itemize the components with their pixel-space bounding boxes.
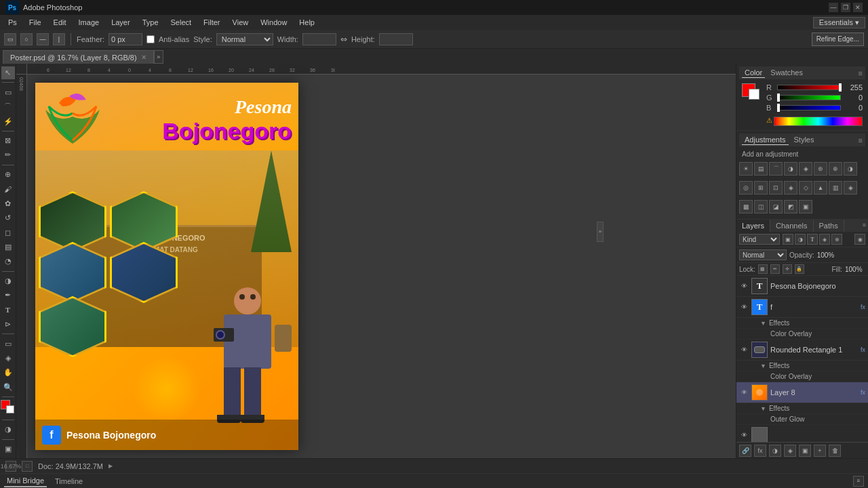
status-options-arrow[interactable]: ▶ xyxy=(108,463,115,470)
exposure-adj[interactable]: ◑ xyxy=(784,162,797,176)
layer-eye-5[interactable]: 👁 xyxy=(739,430,749,440)
clone-stamp-tool[interactable]: ✿ xyxy=(1,197,15,209)
layer-item-1[interactable]: 👁 T Pesona Bojonegoro xyxy=(736,276,868,297)
add-layer-style-button[interactable]: fx xyxy=(754,445,766,457)
layer-item-5[interactable]: 👁 xyxy=(736,425,868,442)
menu-filter[interactable]: Filter xyxy=(198,17,225,28)
minimize-button[interactable]: — xyxy=(829,3,838,12)
bw-adj[interactable]: ◑ xyxy=(844,162,857,176)
timeline-tab[interactable]: Timeline xyxy=(52,476,85,487)
path-selection-tool[interactable]: ⊳ xyxy=(1,318,15,331)
close-button[interactable]: ✕ xyxy=(853,3,863,12)
maximize-button[interactable]: ❐ xyxy=(841,3,850,12)
layer-eye-2[interactable]: 👁 xyxy=(739,302,749,312)
background-color[interactable] xyxy=(6,405,14,413)
blur-tool[interactable]: ◔ xyxy=(1,255,15,268)
color-spectrum-bar[interactable] xyxy=(774,117,863,126)
background-color-swatch[interactable] xyxy=(749,89,760,100)
b-slider[interactable] xyxy=(777,105,841,110)
gradient-map-adj[interactable]: ▥ xyxy=(829,181,842,195)
screen-mode-button[interactable]: ▣ xyxy=(1,443,15,455)
adjustments-tab[interactable]: Adjustments xyxy=(742,135,789,145)
gradient-tool[interactable]: ▤ xyxy=(1,241,15,253)
delete-layer-button[interactable]: 🗑 xyxy=(829,445,841,457)
filter-smart-objects[interactable]: ⊕ xyxy=(831,234,842,245)
bottom-panel-options[interactable]: ≡ xyxy=(853,476,864,487)
refine-edge-button[interactable]: Refine Edge... xyxy=(812,33,864,46)
add-mask-button[interactable]: ◑ xyxy=(769,445,781,457)
style-dropdown[interactable]: Normal Fixed Ratio Fixed Size xyxy=(216,33,273,45)
type-tool[interactable]: T xyxy=(1,303,15,316)
brightness-contrast-adj[interactable]: ☀ xyxy=(739,162,753,176)
marquee-tool[interactable]: ▭ xyxy=(1,85,15,98)
lock-all[interactable]: 🔒 xyxy=(795,264,804,274)
threshold-adj[interactable]: ▲ xyxy=(814,181,827,195)
lock-transparent-pixels[interactable]: ▦ xyxy=(758,264,768,274)
menu-window[interactable]: Window xyxy=(255,17,292,28)
feather-input[interactable] xyxy=(108,33,142,45)
quick-select-tool[interactable]: ⚡ xyxy=(1,115,15,127)
filter-shape-layers[interactable]: ◈ xyxy=(819,234,830,245)
styles-tab[interactable]: Styles xyxy=(791,135,817,145)
filter-type-layers[interactable]: T xyxy=(807,234,818,245)
dodge-tool[interactable]: ◑ xyxy=(1,274,15,287)
curves-adj[interactable]: ⌒ xyxy=(769,162,783,176)
menu-ps[interactable]: Ps xyxy=(3,17,22,28)
history-brush-tool[interactable]: ↺ xyxy=(1,211,15,224)
layer-eye-4[interactable]: 👁 xyxy=(739,388,749,397)
move-tool[interactable]: ↖ xyxy=(1,66,15,79)
vibrance-adj[interactable]: ◈ xyxy=(799,162,812,176)
collapse-right-panel-button[interactable]: » xyxy=(597,222,604,242)
zoom-fit-button[interactable]: □ xyxy=(22,461,33,472)
eyedropper-tool[interactable]: ✏ xyxy=(1,148,15,161)
height-input[interactable] xyxy=(379,33,413,45)
fill-value[interactable]: 100% xyxy=(845,266,865,273)
filter-pixel-layers[interactable]: ▣ xyxy=(783,234,793,245)
pen-tool[interactable]: ✒ xyxy=(1,289,15,302)
new-layer-button[interactable]: + xyxy=(814,445,826,457)
layer-filter-kind[interactable]: Kind xyxy=(739,234,780,245)
channel-mixer-adj[interactable]: ⊞ xyxy=(754,181,768,195)
lasso-tool[interactable]: ⌒ xyxy=(1,100,15,113)
adj-icon-12[interactable]: ◩ xyxy=(784,200,797,214)
3d-tool[interactable]: ◈ xyxy=(1,352,15,365)
marquee-tool-row[interactable]: ― xyxy=(37,33,49,45)
menu-type[interactable]: Type xyxy=(137,17,164,28)
workspace-selector[interactable]: Essentials ▾ xyxy=(813,17,865,28)
paths-tab[interactable]: Paths xyxy=(814,220,844,232)
zoom-tool[interactable]: 🔍 xyxy=(1,381,15,394)
doc-tab-close[interactable]: ✕ xyxy=(141,54,146,61)
layer-filter-toggle[interactable]: ◉ xyxy=(854,234,865,245)
menu-edit[interactable]: Edit xyxy=(48,17,72,28)
layer-item-3[interactable]: 👁 Rounded Rectangle 1 fx xyxy=(736,340,868,361)
adj-panel-options[interactable]: ≡ xyxy=(859,136,863,144)
layer-item-2[interactable]: 👁 T f fx xyxy=(736,297,868,318)
menu-image[interactable]: Image xyxy=(73,17,105,28)
selective-color-adj[interactable]: ◈ xyxy=(844,181,857,195)
zoom-level-indicator[interactable]: 16.67% xyxy=(5,461,16,472)
eraser-tool[interactable]: ◻ xyxy=(1,226,15,239)
menu-layer[interactable]: Layer xyxy=(106,17,136,28)
mini-bridge-tab[interactable]: Mini Bridge xyxy=(4,475,47,487)
marquee-tool-col[interactable]: | xyxy=(53,33,65,45)
posterize-adj[interactable]: ◇ xyxy=(799,181,812,195)
new-group-button[interactable]: ▣ xyxy=(799,445,811,457)
adj-icon-11[interactable]: ◪ xyxy=(769,200,783,214)
brush-tool[interactable]: 🖌 xyxy=(1,182,15,195)
layers-tab[interactable]: Layers xyxy=(736,220,770,232)
color-balance-adj[interactable]: ⊕ xyxy=(829,162,842,176)
marquee-tool-rect[interactable]: ▭ xyxy=(4,33,16,45)
anti-alias-checkbox[interactable] xyxy=(146,35,155,43)
color-swatches-tool[interactable] xyxy=(1,400,16,417)
channels-tab[interactable]: Channels xyxy=(770,220,813,232)
collapse-panels-button[interactable]: » xyxy=(154,50,163,64)
healing-brush-tool[interactable]: ⊕ xyxy=(1,168,15,181)
menu-file[interactable]: File xyxy=(24,17,47,28)
hand-tool[interactable]: ✋ xyxy=(1,366,15,379)
menu-help[interactable]: Help xyxy=(294,17,320,28)
layer-eye-1[interactable]: 👁 xyxy=(739,281,749,291)
color-panel-options[interactable]: ≡ xyxy=(859,69,863,77)
hue-sat-adj[interactable]: ⊛ xyxy=(814,162,827,176)
marquee-tool-ellipse[interactable]: ○ xyxy=(20,33,33,45)
shape-tool[interactable]: ▭ xyxy=(1,337,15,350)
